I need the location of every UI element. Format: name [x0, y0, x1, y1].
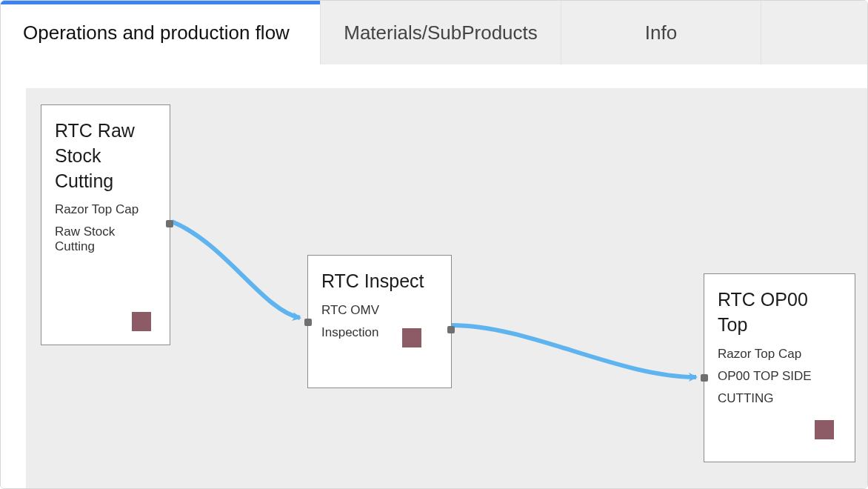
tab-materials-label: Materials/SubProducts: [344, 21, 538, 44]
node-raw-cut-out-port[interactable]: [166, 220, 173, 227]
node-inspect-out-port[interactable]: [447, 326, 455, 333]
node-inspect-swatch: [402, 328, 421, 347]
node-inspect-in-port[interactable]: [304, 319, 312, 326]
node-inspect-line1: RTC OMV: [321, 303, 438, 318]
app-frame: Operations and production flow Materials…: [0, 0, 868, 489]
node-raw-cut[interactable]: RTC Raw Stock Cutting Razor Top Cap Raw …: [41, 104, 170, 345]
node-op00-swatch: [815, 420, 834, 439]
node-inspect[interactable]: RTC Inspect RTC OMV Inspection: [307, 255, 452, 388]
tab-operations-label: Operations and production flow: [23, 21, 290, 44]
node-op00-line3: CUTTING: [718, 391, 841, 406]
tab-operations[interactable]: Operations and production flow: [1, 1, 321, 64]
node-op00-line2: OP00 TOP SIDE: [718, 369, 841, 384]
node-raw-cut-line2: Raw Stock Cutting: [55, 224, 156, 254]
tab-info-label: Info: [645, 21, 677, 44]
node-op00-in-port[interactable]: [701, 374, 708, 382]
tab-info[interactable]: Info: [561, 1, 761, 64]
node-op00-title: RTC OP00 Top: [718, 287, 841, 338]
canvas-inner: RTC Raw Stock Cutting Razor Top Cap Raw …: [26, 88, 867, 488]
node-raw-cut-swatch: [132, 312, 151, 331]
node-op00[interactable]: RTC OP00 Top Razor Top Cap OP00 TOP SIDE…: [704, 273, 855, 462]
canvas[interactable]: RTC Raw Stock Cutting Razor Top Cap Raw …: [1, 64, 867, 488]
node-raw-cut-title: RTC Raw Stock Cutting: [55, 119, 156, 193]
tab-materials[interactable]: Materials/SubProducts: [321, 1, 561, 64]
tab-empty: [761, 1, 867, 64]
node-raw-cut-line1: Razor Top Cap: [55, 202, 156, 217]
tab-bar: Operations and production flow Materials…: [1, 1, 867, 64]
node-op00-line1: Razor Top Cap: [718, 347, 841, 362]
node-inspect-title: RTC Inspect: [321, 269, 438, 294]
